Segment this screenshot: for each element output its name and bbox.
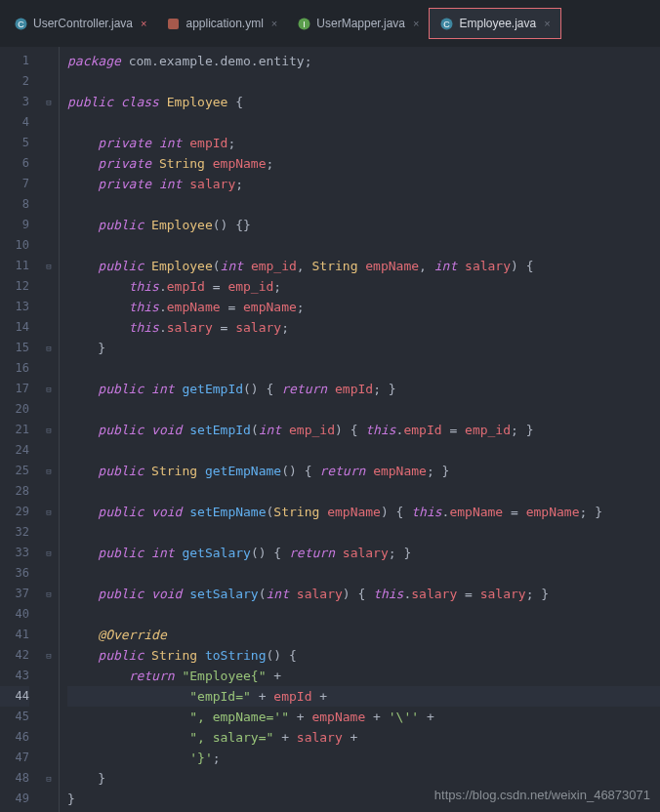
fold-marker	[39, 563, 59, 584]
fold-marker[interactable]	[39, 256, 59, 276]
line-number: 1	[0, 51, 29, 71]
fold-marker[interactable]	[39, 379, 59, 399]
fold-marker[interactable]	[39, 543, 59, 563]
fold-marker[interactable]	[39, 338, 59, 358]
line-number: 40	[0, 604, 29, 625]
line-number: 43	[0, 666, 29, 686]
fold-marker[interactable]	[39, 461, 59, 481]
fold-marker[interactable]	[39, 584, 59, 604]
line-number: 17	[0, 379, 29, 399]
line-number: 36	[0, 563, 29, 584]
svg-text:C: C	[18, 20, 24, 29]
line-number: 47	[0, 748, 29, 768]
line-number: 11	[0, 256, 29, 276]
line-number: 12	[0, 276, 29, 297]
line-number: 42	[0, 645, 29, 666]
line-number: 5	[0, 133, 29, 153]
tab-label: UserMapper.java	[316, 17, 405, 30]
fold-marker	[39, 215, 59, 235]
tab-usermapper[interactable]: I UserMapper.java ×	[287, 8, 429, 39]
line-number: 49	[0, 789, 29, 809]
fold-marker[interactable]	[39, 502, 59, 522]
svg-text:C: C	[443, 20, 450, 29]
fold-marker	[39, 727, 59, 748]
close-icon[interactable]: ×	[544, 18, 550, 29]
editor-tabs: C UserController.java × application.yml …	[0, 0, 660, 47]
yml-file-icon	[166, 17, 180, 30]
close-icon[interactable]: ×	[413, 18, 419, 29]
java-class-icon: C	[439, 17, 453, 30]
line-number: 33	[0, 543, 29, 563]
fold-marker	[39, 317, 59, 338]
line-number: 46	[0, 727, 29, 748]
line-number: 15	[0, 338, 29, 358]
line-number: 21	[0, 420, 29, 440]
tab-label: Employee.java	[459, 17, 536, 30]
fold-marker	[39, 707, 59, 727]
line-number: 25	[0, 461, 29, 481]
line-number: 48	[0, 768, 29, 789]
svg-rect-2	[168, 19, 179, 29]
fold-marker	[39, 194, 59, 215]
fold-marker	[39, 133, 59, 153]
fold-marker	[39, 666, 59, 686]
line-number: 32	[0, 522, 29, 543]
java-class-icon: C	[14, 17, 27, 30]
line-number: 7	[0, 174, 29, 194]
fold-marker[interactable]	[39, 645, 59, 666]
line-number: 41	[0, 625, 29, 645]
fold-marker	[39, 625, 59, 645]
line-number: 3	[0, 92, 29, 112]
tab-label: application.yml	[186, 17, 263, 30]
line-number: 24	[0, 440, 29, 461]
tab-applicationyml[interactable]: application.yml ×	[156, 8, 287, 39]
line-number: 2	[0, 71, 29, 92]
line-number: 37	[0, 584, 29, 604]
fold-marker[interactable]	[39, 420, 59, 440]
fold-marker	[39, 174, 59, 194]
line-gutter: 1234567891011121314151617202124252829323…	[0, 47, 39, 812]
tab-employee[interactable]: C Employee.java ×	[429, 8, 560, 39]
fold-marker	[39, 235, 59, 256]
tab-usercontroller[interactable]: C UserController.java ×	[4, 8, 156, 39]
watermark: https://blog.csdn.net/weixin_46873071	[434, 788, 650, 802]
java-interface-icon: I	[297, 17, 310, 30]
fold-marker	[39, 153, 59, 174]
tab-label: UserController.java	[33, 17, 133, 30]
fold-marker	[39, 748, 59, 768]
line-number: 9	[0, 215, 29, 235]
line-number: 28	[0, 481, 29, 502]
fold-marker	[39, 440, 59, 461]
line-number: 10	[0, 235, 29, 256]
line-number: 8	[0, 194, 29, 215]
fold-marker	[39, 481, 59, 502]
line-number: 29	[0, 502, 29, 522]
line-number: 13	[0, 297, 29, 317]
line-number: 16	[0, 358, 29, 379]
line-number: 4	[0, 112, 29, 133]
fold-marker	[39, 297, 59, 317]
fold-marker[interactable]	[39, 92, 59, 112]
fold-marker	[39, 522, 59, 543]
fold-marker	[39, 71, 59, 92]
line-number: 20	[0, 399, 29, 420]
fold-marker	[39, 686, 59, 707]
line-number: 45	[0, 707, 29, 727]
close-icon[interactable]: ×	[271, 18, 277, 29]
fold-marker	[39, 112, 59, 133]
editor-area: 1234567891011121314151617202124252829323…	[0, 47, 660, 812]
line-number: 14	[0, 317, 29, 338]
code-area[interactable]: package com.example.demo.entity; public …	[59, 47, 660, 812]
line-number: 44	[0, 686, 29, 707]
fold-marker	[39, 51, 59, 71]
close-icon[interactable]: ×	[141, 18, 146, 29]
line-number: 6	[0, 153, 29, 174]
fold-marker	[39, 789, 59, 809]
fold-marker	[39, 358, 59, 379]
fold-marker	[39, 276, 59, 297]
svg-text:I: I	[303, 20, 306, 29]
fold-marker	[39, 399, 59, 420]
fold-marker[interactable]	[39, 768, 59, 789]
fold-marker	[39, 604, 59, 625]
fold-column	[39, 47, 59, 812]
